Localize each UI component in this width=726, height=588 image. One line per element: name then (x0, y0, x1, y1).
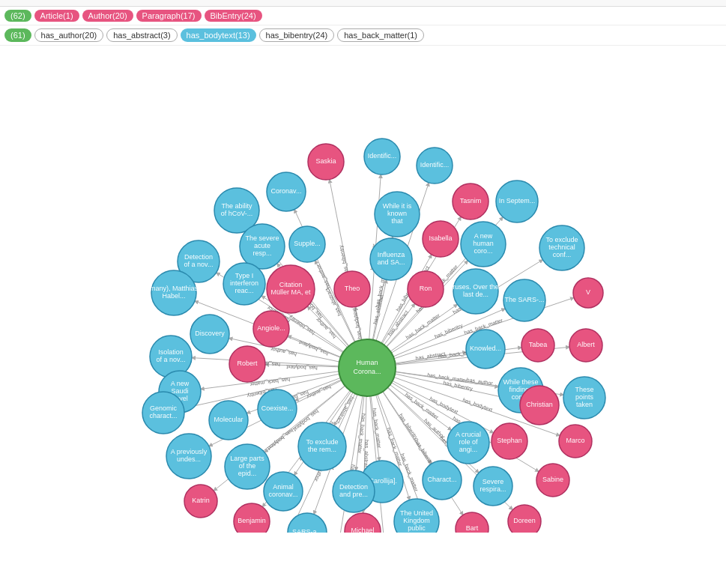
svg-point-43 (225, 444, 270, 489)
svg-point-46 (423, 461, 462, 500)
tag-Paragraph17[interactable]: Paragraph(17) (136, 10, 202, 22)
node-anewhuman[interactable]: A newhumancoro... (461, 222, 506, 267)
node-identific2[interactable]: Identific... (417, 148, 453, 184)
node-molecular[interactable]: Molecular (209, 401, 248, 440)
svg-point-23 (253, 311, 289, 347)
svg-point-2 (364, 139, 400, 175)
node-supple[interactable]: Supple... (289, 226, 325, 262)
svg-point-16 (223, 263, 265, 305)
node-robert[interactable]: Robert (229, 346, 265, 382)
query-bar (0, 0, 726, 7)
node-typei[interactable]: Type Iinterferonreac... (223, 263, 265, 305)
center-node[interactable]: HumanCorona... (339, 339, 396, 396)
edge-label: has_bibentry (434, 322, 464, 339)
node-theunitedkingdom[interactable]: The UnitedKingdompublic (394, 499, 439, 533)
tag-62[interactable]: (62) (4, 10, 31, 22)
node-acrucialrole[interactable]: A crucialrole ofangi... (447, 422, 489, 464)
node-v[interactable]: V (573, 278, 603, 308)
tag-BibEntry24[interactable]: BibEntry(24) (205, 10, 262, 22)
node-angiole[interactable]: Angiole... (253, 311, 289, 347)
graph-container: has_bibentryhas_authorhas_bodytexthas_ab… (0, 46, 726, 533)
node-michael[interactable]: Michael (345, 513, 381, 533)
node-sarsa[interactable]: SARS-a... (288, 513, 327, 533)
node-marco[interactable]: Marco (559, 425, 592, 458)
edge-label: has_bibentry (338, 244, 350, 275)
node-identific1[interactable]: Identific... (364, 139, 400, 175)
node-genomiccharact[interactable]: Genomiccharact... (142, 392, 184, 434)
node-ron[interactable]: Ron (408, 271, 444, 307)
svg-point-9 (289, 226, 325, 262)
tag-row-2: (61)has_author(20)has_abstract(3)has_bod… (0, 25, 726, 46)
tag-Author20[interactable]: Author(20) (82, 10, 133, 22)
tag-61[interactable]: (61) (4, 28, 31, 42)
svg-point-17 (267, 265, 315, 313)
svg-point-36 (209, 401, 248, 440)
svg-point-51 (508, 505, 541, 533)
svg-point-0 (339, 339, 396, 396)
edge-label: has_author (270, 345, 297, 357)
node-apreviouslyundes[interactable]: A previouslyundes... (166, 434, 211, 479)
node-theo[interactable]: Theo (334, 271, 370, 307)
node-thesevere[interactable]: The severeacuteresp... (240, 224, 285, 269)
edge-label: has_bibentry (414, 438, 435, 467)
svg-point-47 (474, 467, 512, 506)
svg-point-7 (267, 172, 306, 211)
svg-point-3 (417, 148, 453, 184)
edge-label: has_bodytext (351, 308, 363, 339)
node-toexcluderem[interactable]: To excludethe rem... (298, 422, 346, 470)
node-whileitis[interactable]: While it isknownthat (375, 192, 420, 237)
svg-point-15 (573, 278, 603, 308)
svg-point-27 (190, 315, 229, 354)
node-coronav[interactable]: Coronav... (267, 172, 306, 211)
svg-point-32 (563, 377, 605, 419)
graph-svg: has_bibentryhas_authorhas_bodytexthas_ab… (0, 46, 726, 533)
node-benjamin[interactable]: Benjamin (234, 503, 270, 533)
node-citationmuller[interactable]: CitationMüller MA, et (267, 265, 315, 313)
node-thesepoints[interactable]: Thesepointstaken (563, 377, 605, 419)
node-charact[interactable]: Charact... (423, 461, 462, 500)
node-katrin[interactable]: Katrin (184, 485, 217, 518)
svg-point-44 (298, 422, 346, 470)
node-isabella[interactable]: Isabella (423, 221, 459, 257)
node-tasnim[interactable]: Tasnim (453, 184, 488, 219)
svg-point-24 (466, 330, 505, 369)
node-discovery[interactable]: Discovery (190, 315, 229, 354)
svg-point-4 (453, 184, 488, 219)
node-bart[interactable]: Bart (456, 512, 488, 533)
svg-point-12 (461, 222, 506, 267)
node-sabine[interactable]: Sabine (536, 464, 569, 497)
node-ruses[interactable]: ruses. Over thelast de... (453, 269, 499, 314)
tag-hasbodytext13[interactable]: has_bodytext(13) (181, 28, 256, 42)
tag-hasauthor20[interactable]: has_author(20) (34, 28, 104, 42)
tag-row-1: (62)Article(1)Author(20)Paragraph(17)Bib… (0, 7, 726, 25)
svg-point-6 (539, 225, 584, 270)
node-knowled[interactable]: Knowled... (466, 330, 505, 369)
svg-point-31 (520, 386, 559, 425)
node-stephan[interactable]: Stephan (491, 423, 527, 459)
tag-hasbibentry24[interactable]: has_bibentry(24) (259, 28, 335, 42)
node-influenzaandsa[interactable]: Influenzaand SA... (370, 238, 412, 280)
node-inseptem[interactable]: In Septem... (496, 181, 538, 222)
edge-label: has_bodytext (266, 427, 294, 451)
svg-point-55 (394, 499, 439, 533)
edge-label: has_author (315, 263, 331, 290)
node-toexclude1[interactable]: To excludetechnicalconf... (539, 225, 584, 270)
tag-hasbackmatter1[interactable]: has_back_matter(1) (337, 28, 424, 42)
node-animalcoronav[interactable]: Animalcoronav... (264, 472, 303, 511)
node-thesars[interactable]: The SARS-... (503, 279, 545, 321)
tag-Article1[interactable]: Article(1) (34, 10, 79, 22)
node-tabea[interactable]: Tabea (521, 329, 554, 362)
node-largepartsepid[interactable]: Large partsof theepid... (225, 444, 270, 489)
tag-hasabstract3[interactable]: has_abstract(3) (106, 28, 177, 42)
node-albert[interactable]: Albert (569, 329, 602, 362)
svg-point-54 (345, 513, 381, 533)
node-christian[interactable]: Christian (520, 386, 559, 425)
svg-point-41 (142, 392, 184, 434)
node-severerespira[interactable]: Severerespira... (474, 467, 512, 506)
node-detectionandpre[interactable]: Detectionand pre... (333, 470, 375, 512)
svg-point-19 (408, 271, 444, 307)
edge-label: has_back_matter (371, 408, 382, 449)
node-coexiste[interactable]: Coexiste... (258, 390, 297, 428)
node-saskia[interactable]: Saskia (308, 144, 344, 180)
node-doreen[interactable]: Doreen (508, 505, 541, 533)
